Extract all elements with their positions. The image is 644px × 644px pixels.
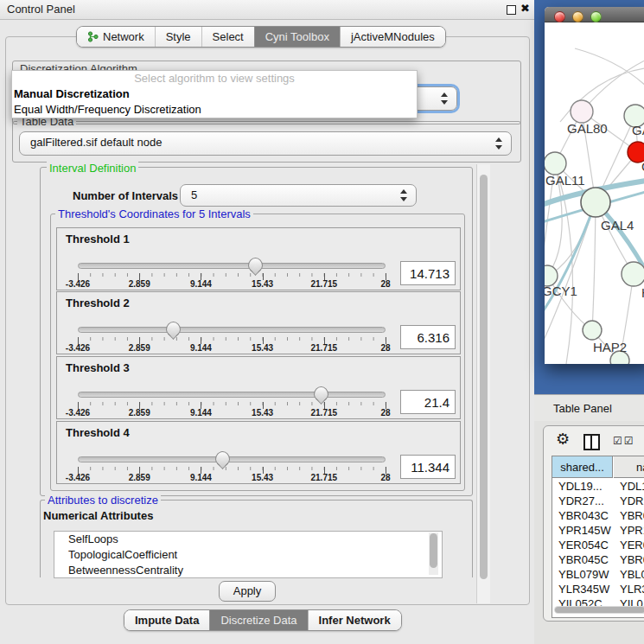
network-graph: GAL80 GA C GAL11 GAL4 GCY1 H HAP2 (545, 22, 644, 364)
threshold-4-panel: Threshold 4 -3.426 2.859 9.144 15.43 21.… (56, 421, 461, 484)
number-of-intervals-label: Number of Intervals (73, 189, 178, 202)
number-of-intervals-combobox[interactable]: 5 (180, 184, 417, 207)
threshold-1-value-field[interactable]: 14.713 (400, 261, 456, 285)
threshold-2-value-field[interactable]: 6.316 (400, 325, 456, 349)
threshold-3-panel: Threshold 3 -3.426 2.859 9.144 15.43 21.… (56, 356, 461, 419)
table-horizontal-scrollbar[interactable] (554, 606, 644, 614)
list-item[interactable]: BetweennessCentrality (54, 563, 442, 578)
slider-track[interactable] (78, 392, 386, 398)
network-view-window[interactable]: GAL80 GA C GAL11 GAL4 GCY1 H HAP2 (545, 7, 644, 364)
tab-select[interactable]: Select (201, 27, 254, 47)
thresholds-group-label: Threshold's Coordinates for 5 Intervals (55, 207, 253, 220)
network-icon (87, 31, 99, 42)
top-tab-bar: Network Style Select Cyni Toolbox jActiv… (76, 26, 446, 48)
tab-infer-network[interactable]: Infer Network (308, 610, 401, 630)
table-row[interactable]: YBL079WYBL0 (552, 568, 644, 583)
list-scrollbar[interactable] (429, 532, 438, 575)
threshold-3-value-field[interactable]: 21.4 (400, 390, 456, 414)
node-label-ga: GA (632, 123, 644, 137)
panel-scrollbar[interactable] (476, 164, 490, 603)
slider-thumb[interactable] (215, 451, 230, 466)
table-panel-title: Table Panel (553, 402, 612, 415)
table-row[interactable]: YPR145WYPR1 (552, 524, 644, 539)
table-row[interactable]: YDL19...YDL1 (552, 480, 644, 494)
close-icon[interactable]: ✖ (520, 2, 530, 15)
panel-title: Control Panel (7, 3, 75, 16)
tab-cyni-toolbox[interactable]: Cyni Toolbox (254, 27, 340, 47)
table-horizontal-scrollbar-thumb[interactable] (555, 607, 644, 613)
tab-impute-data[interactable]: Impute Data (124, 610, 209, 630)
bottom-tab-bar: Impute Data Discretize Data Infer Networ… (124, 609, 402, 631)
slider-thumb[interactable] (166, 322, 181, 336)
popup-item-equal-width-frequency[interactable]: Equal Width/Frequency Discretization (12, 102, 417, 118)
close-traffic-light[interactable] (554, 11, 565, 22)
slider-minor-ticks (78, 337, 386, 341)
list-item[interactable]: TopologicalCoefficient (54, 547, 442, 563)
zoom-traffic-light[interactable] (590, 11, 602, 22)
float-window-icon[interactable] (507, 5, 516, 15)
attributes-group-label: Attributes to discretize (45, 494, 161, 507)
threshold-3-label: Threshold 3 (66, 361, 130, 374)
threshold-2-slider[interactable]: -3.426 2.859 9.144 15.43 21.715 28 (78, 322, 386, 353)
popup-hint: Select algorithm to view settings (12, 71, 417, 86)
list-scrollbar-thumb[interactable] (430, 533, 437, 568)
threshold-4-label: Threshold 4 (66, 426, 130, 439)
tab-jactivemnodules[interactable]: jActiveMNodules (340, 27, 445, 47)
slider-thumb[interactable] (248, 258, 263, 272)
numerical-attributes-label: Numerical Attributes (43, 509, 153, 522)
threshold-2-label: Threshold 2 (66, 296, 130, 309)
node-gal11[interactable] (545, 152, 566, 175)
columns-icon[interactable] (583, 434, 600, 450)
thresholds-group: Threshold 1 -3.426 2.859 9.144 15.43 21.… (50, 214, 465, 491)
threshold-1-label: Threshold 1 (66, 233, 130, 245)
tab-network[interactable]: Network (77, 27, 155, 47)
slider-thumb[interactable] (314, 386, 328, 401)
slider-minor-ticks (78, 402, 386, 405)
table-panel-container: ⚙ ☑☑ shared... name YDL19...YDL1 YDR27..… (543, 425, 644, 622)
threshold-4-slider[interactable]: -3.426 2.859 9.144 15.43 21.715 28 (78, 451, 386, 482)
table-row[interactable]: YLR345WYLR3 (552, 583, 644, 597)
combo-stepper-icon (441, 92, 449, 105)
interval-definition-label: Interval Definition (47, 162, 138, 175)
network-canvas[interactable]: GAL80 GA C GAL11 GAL4 GCY1 H HAP2 (545, 22, 644, 364)
table-row[interactable]: YBR045CYBR0 (552, 553, 644, 568)
node-label-hap2: HAP2 (593, 340, 627, 354)
tab-discretize-data[interactable]: Discretize Data (209, 610, 307, 630)
slider-track[interactable] (78, 327, 386, 333)
node-hap2[interactable] (583, 321, 602, 340)
node-label-gal4: GAL4 (601, 218, 634, 233)
column-header-name[interactable]: name (614, 456, 644, 478)
numerical-attributes-list[interactable]: SelfLoops TopologicalCoefficient Between… (54, 531, 443, 578)
slider-track[interactable] (78, 456, 386, 462)
slider-minor-ticks (78, 273, 386, 277)
panel-scrollbar-thumb[interactable] (480, 175, 488, 579)
threshold-1-slider[interactable]: -3.426 2.859 9.144 15.43 21.715 28 (78, 258, 386, 289)
table-panel-header: Table Panel (534, 394, 644, 422)
node-h[interactable] (622, 262, 644, 286)
threshold-4-value-field[interactable]: 11.344 (400, 455, 456, 479)
node-label-gal11: GAL11 (545, 173, 585, 188)
node-gal80[interactable] (571, 100, 593, 123)
node-gal4[interactable] (581, 188, 610, 217)
table-row[interactable]: YBR043CYBR0 (552, 509, 644, 524)
combo-stepper-icon (495, 137, 503, 150)
table-row[interactable]: YER054CYER0 (552, 539, 644, 553)
node-attribute-table[interactable]: shared... name YDL19...YDL1 YDR27...YDR2… (552, 456, 644, 618)
popup-item-manual-discretization[interactable]: Manual Discretization (12, 86, 417, 102)
list-item[interactable]: SelfLoops (54, 532, 442, 547)
apply-button[interactable]: Apply (219, 581, 276, 602)
tab-style[interactable]: Style (155, 27, 201, 47)
table-row[interactable]: YDR27...YDR2 (552, 494, 644, 509)
control-panel-titlebar: Control Panel ✖ (0, 0, 534, 20)
minimize-traffic-light[interactable] (572, 11, 583, 22)
network-window-titlebar[interactable] (545, 7, 644, 22)
gear-icon[interactable]: ⚙ (556, 430, 570, 449)
algorithm-dropdown-popup: Select algorithm to view settings Manual… (11, 70, 418, 118)
checkbox-icons[interactable]: ☑☑ (613, 435, 635, 447)
threshold-3-slider[interactable]: -3.426 2.859 9.144 15.43 21.715 28 (78, 386, 386, 418)
table-data-combobox[interactable]: galFiltered.sif default node (19, 131, 512, 156)
node-label-gal80: GAL80 (567, 121, 608, 136)
slider-track[interactable] (78, 263, 386, 269)
slider-minor-ticks (78, 467, 386, 470)
column-header-shared[interactable]: shared... (552, 456, 613, 478)
